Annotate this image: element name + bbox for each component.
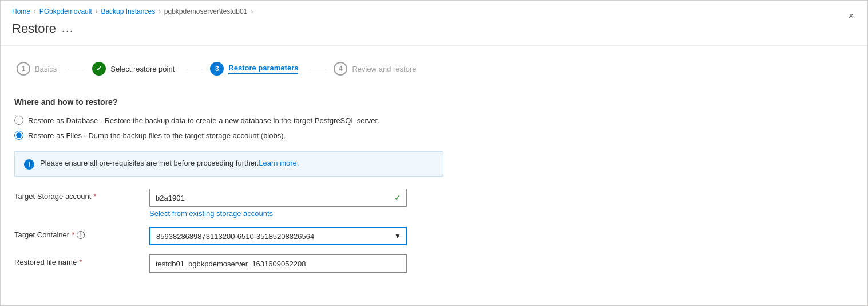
- info-icon: i: [24, 159, 34, 170]
- step-4-label: Review and restore: [352, 65, 416, 73]
- step-select-restore-point[interactable]: ✓ Select restore point: [88, 57, 184, 80]
- step-2-circle: ✓: [92, 62, 106, 76]
- container-label: Target Container * i: [14, 227, 140, 239]
- breadcrumb-sep-4: ›: [251, 8, 253, 15]
- step-review-restore[interactable]: 4 Review and restore: [329, 57, 425, 80]
- section-title: Where and how to restore?: [14, 97, 854, 107]
- step-basics[interactable]: 1 Basics: [12, 57, 66, 80]
- radio-db-label: Restore as Database - Restore the backup…: [28, 116, 379, 125]
- filename-row: Restored file name *: [14, 254, 854, 273]
- container-select-wrapper: 8593828689873113200-6510-35185208826564 …: [149, 227, 407, 245]
- radio-db-input[interactable]: [14, 116, 23, 125]
- container-required: *: [72, 230, 74, 239]
- main-container: Home › PGbkpdemovault › Backup Instances…: [0, 0, 868, 306]
- breadcrumb-sep-1: ›: [34, 8, 36, 15]
- breadcrumb-vault[interactable]: PGbkpdemovault: [39, 7, 92, 15]
- step-1-label: Basics: [35, 65, 57, 73]
- breadcrumb-sep-3: ›: [158, 8, 161, 15]
- container-select[interactable]: 8593828689873113200-6510-35185208826564: [149, 227, 407, 245]
- container-row: Target Container * i 8593828689873113200…: [14, 227, 854, 245]
- page-title: Restore: [12, 21, 56, 36]
- select-storage-link[interactable]: Select from existing storage accounts: [149, 209, 407, 218]
- storage-account-row: Target Storage account * ✓ Select from e…: [14, 189, 854, 218]
- wizard-steps: 1 Basics ✓ Select restore point 3 Restor…: [1, 46, 867, 92]
- learn-more-link[interactable]: Learn more.: [259, 159, 299, 167]
- radio-files-option[interactable]: Restore as Files - Dump the backup files…: [14, 131, 854, 140]
- check-icon: ✓: [394, 193, 401, 202]
- storage-account-input-wrapper: ✓: [149, 189, 407, 207]
- breadcrumb-server: pgbkpdemoserver\testdb01: [164, 7, 247, 15]
- filename-field: [149, 254, 407, 273]
- more-options-button[interactable]: ...: [62, 23, 74, 35]
- close-button[interactable]: ×: [846, 9, 856, 23]
- restore-type-radio-group: Restore as Database - Restore the backup…: [14, 116, 854, 140]
- storage-account-field: ✓ Select from existing storage accounts: [149, 189, 407, 218]
- breadcrumb-home[interactable]: Home: [12, 7, 30, 15]
- breadcrumb: Home › PGbkpdemovault › Backup Instances…: [1, 1, 867, 19]
- step-3-label: Restore parameters: [228, 64, 298, 74]
- info-banner-text: Please ensure all pre-requisites are met…: [40, 159, 299, 167]
- radio-files-input[interactable]: [14, 131, 23, 140]
- step-2-label: Select restore point: [110, 65, 175, 73]
- step-sep-1: [68, 69, 85, 69]
- filename-input[interactable]: [149, 254, 407, 273]
- step-sep-2: [186, 69, 203, 69]
- filename-label: Restored file name *: [14, 254, 140, 266]
- step-3-circle: 3: [210, 62, 224, 76]
- step-restore-parameters[interactable]: 3 Restore parameters: [205, 57, 307, 80]
- form-content: Where and how to restore? Restore as Dat…: [1, 92, 867, 293]
- filename-required: *: [79, 258, 82, 266]
- filename-input-wrapper: [149, 254, 407, 273]
- radio-files-label: Restore as Files - Dump the backup files…: [28, 131, 286, 140]
- radio-db-option[interactable]: Restore as Database - Restore the backup…: [14, 116, 854, 125]
- container-field: 8593828689873113200-6510-35185208826564 …: [149, 227, 407, 245]
- storage-account-input[interactable]: [149, 189, 407, 207]
- step-1-circle: 1: [17, 62, 30, 76]
- breadcrumb-sep-2: ›: [96, 8, 98, 15]
- info-banner: i Please ensure all pre-requisites are m…: [14, 151, 443, 177]
- storage-account-required: *: [93, 192, 96, 201]
- storage-account-label: Target Storage account *: [14, 189, 140, 201]
- breadcrumb-backup-instances[interactable]: Backup Instances: [101, 7, 155, 15]
- container-info-icon[interactable]: i: [77, 231, 85, 239]
- page-header: Restore ...: [1, 19, 867, 45]
- step-4-circle: 4: [334, 62, 347, 76]
- step-sep-3: [310, 69, 327, 69]
